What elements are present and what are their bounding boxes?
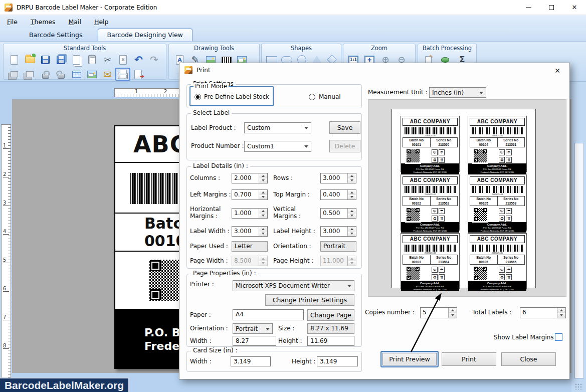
fragile-icon: Ψ bbox=[432, 267, 438, 273]
keep-dry-icon: ☂ bbox=[506, 267, 512, 273]
predefine-radio[interactable] bbox=[194, 94, 201, 100]
change-page-button[interactable]: Change Page bbox=[307, 309, 354, 321]
maximize-button[interactable] bbox=[540, 0, 563, 15]
copy-icon[interactable] bbox=[69, 53, 84, 66]
top-margin-spinner[interactable]: 0.400 bbox=[320, 189, 356, 200]
label-height-spinner[interactable]: 3.000 bbox=[320, 226, 356, 237]
new-file-icon[interactable] bbox=[7, 53, 22, 66]
redo-icon[interactable]: ↷ bbox=[146, 53, 162, 66]
manual-radio[interactable] bbox=[309, 94, 315, 100]
label-address: Company Add.,P.O. Box 283 8562 Fusce Rd.… bbox=[401, 163, 459, 174]
label-barcode: 2135625140 bbox=[403, 127, 458, 137]
this-way-up-icon: ⇈ bbox=[439, 216, 445, 222]
fragile-icon: Ψ bbox=[432, 149, 438, 155]
fragile-icon: Ψ bbox=[499, 149, 505, 155]
printer-select[interactable]: Microsoft XPS Document Writer bbox=[233, 280, 354, 291]
card-height-input[interactable]: 3.149 bbox=[317, 356, 358, 366]
resize-grip[interactable] bbox=[575, 383, 583, 389]
menu-mail[interactable]: Mail bbox=[69, 18, 81, 26]
preview-icon[interactable] bbox=[84, 68, 100, 81]
print-dialog: Print ✕ Print Settings Print Mode Pre De… bbox=[179, 63, 570, 379]
total-labels-spinner[interactable]: 6 bbox=[520, 307, 566, 318]
save-button[interactable]: Save bbox=[329, 121, 360, 134]
brand-logo: BarcodeLabelMaker.org bbox=[0, 377, 129, 392]
menu-help[interactable]: Help bbox=[94, 18, 109, 26]
save-icon[interactable] bbox=[38, 53, 53, 66]
print-preview-button[interactable]: Print Preview bbox=[382, 353, 437, 365]
measurement-unit-label: Measurement Unit : bbox=[368, 89, 427, 96]
undo-icon[interactable]: ↶ bbox=[131, 53, 146, 66]
vertical-margins-spinner[interactable]: 0.500 bbox=[320, 208, 356, 219]
paper-input[interactable]: A4 bbox=[233, 309, 304, 320]
delete-icon[interactable]: ✖ bbox=[115, 53, 131, 66]
preview-label-4: ABC COMPANY 2135625143 Batch No00105 Ser… bbox=[468, 174, 527, 231]
fragile-icon: Ψ bbox=[432, 208, 438, 214]
page-height-input[interactable]: 11.69 bbox=[307, 336, 354, 346]
print-button[interactable]: Print bbox=[442, 352, 496, 366]
recycle-icon: ♻ bbox=[432, 216, 438, 222]
label-details-group: Label Details (in) : Columns : 2.000 Row… bbox=[186, 166, 362, 269]
close-dialog-button[interactable]: Close bbox=[501, 352, 556, 366]
rows-spinner[interactable]: 3.000 bbox=[320, 173, 356, 183]
copies-number-spinner[interactable]: 5 bbox=[420, 307, 457, 318]
measurement-unit-select[interactable]: Inches (in) bbox=[429, 87, 486, 98]
this-way-up-icon: ⇈ bbox=[506, 274, 512, 280]
label-qr-code bbox=[406, 207, 421, 222]
predefine-radio-label[interactable]: Pre Define Label Stock bbox=[204, 93, 269, 100]
print-preview-panel: ABC COMPANY 2135625140 Batch No00101 Ser… bbox=[368, 99, 566, 297]
menu-file[interactable]: File bbox=[7, 18, 18, 26]
export-icon[interactable]: ➔ bbox=[130, 68, 146, 81]
label-width-spinner[interactable]: 3.000 bbox=[232, 226, 268, 237]
horizontal-margins-spinner[interactable]: 1.000 bbox=[232, 208, 268, 219]
send-to-back-icon[interactable] bbox=[22, 68, 38, 81]
bring-to-front-icon[interactable] bbox=[7, 68, 22, 81]
preview-label-5: ABC COMPANY 2135625144 Batch No00103 Ser… bbox=[401, 233, 460, 289]
preview-label-3: ABC COMPANY 2135625142 Batch No00102 Ser… bbox=[401, 174, 460, 231]
show-label-margins-checkbox[interactable] bbox=[555, 333, 562, 341]
tab-barcode-settings[interactable]: Barcode Settings bbox=[20, 29, 92, 41]
menu-themes[interactable]: Themes bbox=[31, 18, 56, 26]
lock-icon[interactable] bbox=[38, 68, 53, 81]
close-icon: ✕ bbox=[554, 67, 560, 75]
label-product-select[interactable]: Custom bbox=[244, 122, 311, 133]
manual-radio-row: Manual bbox=[309, 93, 341, 100]
columns-spinner[interactable]: 2.000 bbox=[232, 173, 268, 183]
email-icon[interactable]: ✉ bbox=[100, 68, 115, 81]
manual-radio-label[interactable]: Manual bbox=[319, 93, 341, 100]
card-size-group: Card Size (in) : Width : 3.149 Height : … bbox=[186, 351, 362, 372]
grid-icon[interactable] bbox=[69, 68, 84, 81]
print-tool-icon[interactable] bbox=[115, 68, 130, 81]
page-properties-group: Page Properties (in) : Printer : Microso… bbox=[186, 274, 362, 347]
this-way-up-icon: ⇈ bbox=[439, 274, 445, 280]
recycle-icon: ♻ bbox=[499, 157, 505, 163]
this-way-up-icon: ⇈ bbox=[439, 157, 445, 163]
keep-dry-icon: ☂ bbox=[439, 267, 445, 273]
label-company: ABC COMPANY bbox=[403, 118, 458, 126]
label-qr-code bbox=[406, 266, 421, 281]
minimize-button[interactable] bbox=[517, 0, 540, 15]
tab-strip: Barcode Settings Barcode Designing View bbox=[0, 28, 586, 41]
label-qr-code bbox=[473, 148, 488, 163]
page-width-input[interactable]: 8.27 bbox=[233, 336, 276, 346]
maximize-icon bbox=[549, 5, 554, 10]
left-margins-spinner[interactable]: 0.700 bbox=[232, 189, 268, 200]
group-title: Drawing Tools bbox=[169, 45, 259, 53]
close-button[interactable]: ✕ bbox=[563, 0, 586, 15]
open-folder-icon[interactable] bbox=[22, 53, 38, 66]
print-dialog-close-button[interactable]: ✕ bbox=[551, 65, 563, 76]
paste-icon[interactable] bbox=[84, 53, 100, 66]
keep-dry-icon: ☂ bbox=[439, 208, 445, 214]
cut-icon[interactable]: ✂ bbox=[100, 53, 115, 66]
change-printer-settings-button[interactable]: Change Printer Settings bbox=[265, 294, 354, 306]
tab-barcode-designing-view[interactable]: Barcode Designing View bbox=[98, 29, 192, 41]
preview-paper: ABC COMPANY 2135625140 Batch No00101 Ser… bbox=[392, 109, 536, 288]
orientation-select[interactable]: Portrait bbox=[233, 323, 273, 334]
horizontal-ruler: 1 2 bbox=[114, 88, 180, 97]
page-width-spinner: 8.500 bbox=[232, 256, 268, 266]
delete-button[interactable]: Delete bbox=[329, 140, 360, 152]
product-number-select[interactable]: Custom1 bbox=[244, 141, 311, 152]
unlock-icon[interactable] bbox=[53, 68, 69, 81]
print-mode-group: Print Mode Pre Define Label Stock bbox=[189, 86, 274, 106]
card-width-input[interactable]: 3.149 bbox=[231, 356, 271, 366]
save-all-icon[interactable] bbox=[53, 53, 69, 66]
